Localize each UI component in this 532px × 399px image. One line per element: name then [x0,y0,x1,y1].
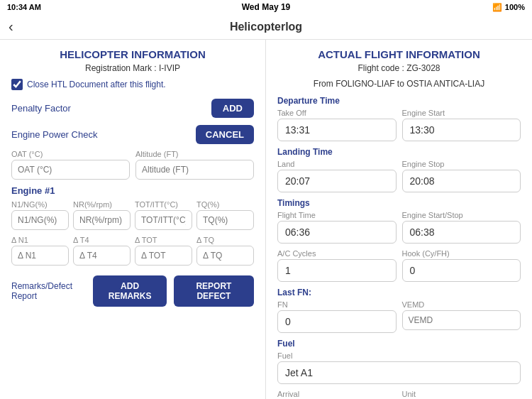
delta-tq-wrapper: Δ TQ [196,236,254,266]
altitude-input[interactable] [135,160,254,180]
delta-n1-wrapper: Δ N1 [11,236,69,266]
alt-label: Altitude (FT) [135,150,254,158]
delta-tq-input[interactable] [196,246,254,266]
close-htl-label: Close HTL Document after this flight. [27,80,166,89]
ac-cycles-label: A/C Cycles [277,249,397,258]
arrival-wrapper: Arrival [277,390,397,399]
engine-stop-label: Engine Stop [402,160,521,168]
engine-start-input[interactable] [402,119,521,141]
hook-wrapper: Hook (Cy/FH) [402,249,521,282]
delta-tot-input[interactable] [135,246,192,266]
engine-start-label: Engine Start [402,109,521,117]
cancel-button[interactable]: CANCEL [196,125,254,144]
fuel-label: Fuel [277,351,521,360]
fn-label: FN [277,300,397,309]
status-day: Wed May 19 [242,2,290,12]
landing-label: Landing Time [277,147,521,157]
engine-power-row: Engine Power Check CANCEL [11,125,254,144]
landing-row: Land Engine Stop [277,160,521,192]
delta-t4-input[interactable] [73,246,131,266]
tot-input[interactable] [135,210,192,230]
arrival-label: Arrival [277,390,397,398]
departure-row: Take Off Engine Start [277,109,521,141]
right-panel: ACTUAL FLIGHT INFORMATION Flight code : … [266,40,532,399]
n1ng-input[interactable] [11,210,69,230]
penalty-row: Penalty Factor ADD [11,99,254,118]
close-htl-row: Close HTL Document after this flight. [11,79,254,90]
flight-time-label: Flight Time [277,211,397,219]
flight-code: Flight code : ZG-3028 [277,63,521,73]
engine1-row2: Δ N1 Δ T4 Δ TOT Δ TQ [11,236,254,266]
fuel-row: Fuel [277,351,521,384]
fuel-input[interactable] [277,361,521,384]
flight-time-wrapper: Flight Time [277,211,397,244]
engine-stop-wrapper: Engine Stop [402,160,521,192]
arrival-unit-row: Arrival Unit [277,390,521,399]
land-input[interactable] [277,170,397,192]
vemd-wrapper: VEMD [402,300,521,333]
nr-wrapper: NR(%/rpm) [73,200,131,230]
land-label: Land [277,160,397,168]
takeoff-wrapper: Take Off [277,109,397,141]
engine-startstop-input[interactable] [402,221,521,244]
registration-mark: Registration Mark : I-IVIP [11,63,254,73]
flight-time-input[interactable] [277,221,397,244]
close-htl-checkbox[interactable] [11,79,23,90]
delta-n1-input[interactable] [11,246,69,266]
unit-wrapper: Unit [402,390,521,399]
departure-label: Departure Time [277,96,521,106]
back-button[interactable]: ‹ [9,18,13,35]
delta-tq-label: Δ TQ [196,236,254,244]
add-button[interactable]: ADD [211,99,254,118]
hook-input[interactable] [402,259,521,282]
flight-route: From FOLIGNO-LIAF to OSTIA ANTICA-LIAJ [277,79,521,89]
fn-row: FN VEMD [277,300,521,333]
takeoff-input[interactable] [277,119,397,141]
battery-label: 100% [505,3,525,11]
hook-label: Hook (Cy/FH) [402,249,521,258]
delta-tot-label: Δ TOT [135,236,192,244]
status-bar: 10:34 AM Wed May 19 📶 100% [0,0,532,14]
status-time: 10:34 AM [7,3,41,11]
engine-startstop-wrapper: Engine Start/Stop [402,211,521,244]
tot-label: TOT/ITT(°C) [135,200,192,209]
land-wrapper: Land [277,160,397,192]
remarks-label: Remarks/Defect Report [11,281,86,301]
oat-altitude-row: OAT (°C) Altitude (FT) [11,150,254,180]
nr-input[interactable] [73,210,131,230]
engine-start-wrapper: Engine Start [402,109,521,141]
engine-power-label: Engine Power Check [11,129,97,140]
engine-stop-input[interactable] [402,170,521,192]
add-remarks-button[interactable]: ADD REMARKS [93,275,167,307]
nr-label: NR(%/rpm) [73,200,131,209]
oat-label: OAT (°C) [11,150,130,158]
oat-input[interactable] [11,160,130,180]
nav-bar: ‹ Helicopterlog [0,14,532,40]
report-defect-button[interactable]: REPORT DEFECT [174,275,254,307]
fn-input[interactable] [277,310,397,333]
fuel-section-label: Fuel [277,339,521,349]
left-panel: HELICOPTER INFORMATION Registration Mark… [0,40,266,399]
unit-label: Unit [402,390,521,398]
timings-row2: A/C Cycles Hook (Cy/FH) [277,249,521,282]
last-fn-label: Last FN: [277,288,521,297]
engine1-title: Engine #1 [11,185,254,196]
helicopter-info-title: HELICOPTER INFORMATION [11,48,254,60]
engine1-row1: N1/NG(%) NR(%/rpm) TOT/ITT(°C) TQ(%) [11,200,254,230]
penalty-label: Penalty Factor [11,103,71,114]
vemd-input[interactable] [402,310,521,330]
engine-startstop-label: Engine Start/Stop [402,211,521,219]
vemd-label: VEMD [402,300,521,309]
delta-t4-label: Δ T4 [73,236,131,244]
delta-t4-wrapper: Δ T4 [73,236,131,266]
n1ng-label: N1/NG(%) [11,200,69,209]
oat-field-wrapper: OAT (°C) [11,150,130,180]
ac-cycles-input[interactable] [277,259,397,282]
tq-label: TQ(%) [196,200,254,209]
takeoff-label: Take Off [277,109,397,117]
delta-tot-wrapper: Δ TOT [135,236,192,266]
timings-row1: Flight Time Engine Start/Stop [277,211,521,244]
alt-field-wrapper: Altitude (FT) [135,150,254,180]
wifi-icon: 📶 [492,3,502,12]
tq-input[interactable] [196,210,254,230]
